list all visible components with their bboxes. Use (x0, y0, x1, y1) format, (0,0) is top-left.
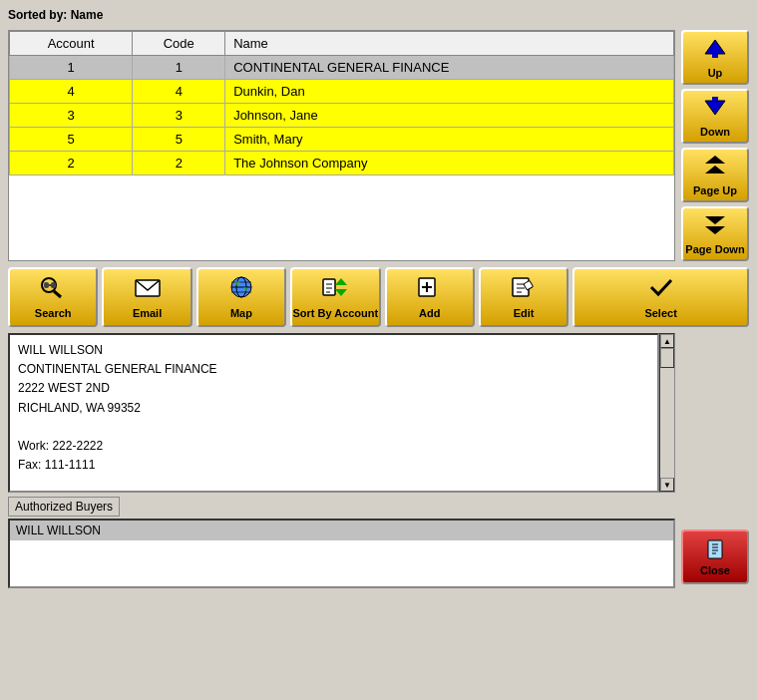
data-table: Account Code Name 1 1 CONTINENTAL GENERA… (9, 31, 674, 175)
svg-marker-26 (335, 289, 347, 296)
table-row[interactable]: 3 3 Johnson, Jane (10, 104, 674, 128)
col-account: Account (10, 32, 133, 56)
search-icon (39, 275, 67, 304)
page-down-button[interactable]: Page Down (681, 206, 749, 261)
bottom-row: WILL WILLSON CONTINENTAL GENERAL FINANCE… (8, 333, 749, 588)
main-container: Sorted by: Name Account Code Name 1 1 CO… (0, 0, 757, 700)
col-name: Name (225, 32, 674, 56)
cell-account: 2 (10, 152, 133, 175)
up-icon (703, 36, 727, 65)
down-label: Down (700, 126, 730, 138)
up-button[interactable]: Up (681, 30, 749, 85)
page-down-label: Page Down (685, 243, 744, 255)
down-icon (703, 95, 727, 124)
buyer-item: WILL WILLSON (10, 521, 673, 540)
sorted-by-label: Sorted by: Name (8, 8, 749, 22)
map-button[interactable]: Map (196, 267, 286, 327)
cell-name: The Johnson Company (225, 152, 674, 175)
nav-buttons: Up Down Page Up (681, 30, 749, 261)
svg-rect-12 (48, 284, 52, 286)
svg-line-9 (54, 291, 61, 297)
action-buttons: Search Email (8, 267, 749, 327)
table-container: Account Code Name 1 1 CONTINENTAL GENERA… (8, 30, 675, 261)
svg-marker-7 (705, 216, 725, 224)
svg-marker-0 (705, 40, 725, 54)
detail-company: CONTINENTAL GENERAL FINANCE (18, 360, 649, 379)
sort-by-account-button[interactable]: Sort By Account (290, 267, 380, 327)
cell-account: 3 (10, 104, 133, 128)
down-button[interactable]: Down (681, 89, 749, 144)
email-icon (134, 275, 162, 304)
cell-code: 1 (133, 56, 225, 80)
map-label: Map (230, 307, 252, 319)
scrollbar-thumb[interactable] (660, 348, 674, 368)
search-button[interactable]: Search (8, 267, 98, 327)
top-section: Account Code Name 1 1 CONTINENTAL GENERA… (8, 30, 749, 261)
add-label: Add (419, 307, 440, 319)
sort-icon (321, 275, 349, 304)
add-icon (416, 275, 444, 304)
close-icon (704, 538, 726, 562)
edit-icon (510, 275, 538, 304)
table-row[interactable]: 1 1 CONTINENTAL GENERAL FINANCE (10, 56, 674, 80)
cell-code: 4 (133, 80, 225, 104)
close-label: Close (700, 564, 730, 576)
col-code: Code (133, 32, 225, 56)
svg-rect-3 (712, 97, 718, 101)
detail-fax: Fax: 111-1111 (18, 456, 649, 475)
svg-marker-2 (705, 101, 725, 115)
page-up-label: Page Up (693, 184, 737, 196)
svg-rect-1 (712, 54, 718, 58)
authorized-buyers-label: Authorized Buyers (15, 500, 113, 514)
close-button[interactable]: Close (681, 529, 749, 584)
svg-marker-5 (705, 166, 725, 174)
select-button[interactable]: Select (572, 267, 749, 327)
cell-account: 1 (10, 56, 133, 80)
up-label: Up (708, 67, 723, 79)
scroll-down-arrow[interactable]: ▼ (660, 478, 674, 492)
svg-marker-6 (705, 226, 725, 234)
detail-work: Work: 222-2222 (18, 437, 649, 456)
cell-name: Smith, Mary (225, 128, 674, 152)
cell-code: 3 (133, 104, 225, 128)
detail-address2: RICHLAND, WA 99352 (18, 399, 649, 418)
authorized-buyers-section: Authorized Buyers WILL WILLSON (8, 497, 675, 588)
email-label: Email (133, 307, 162, 319)
svg-point-20 (243, 287, 247, 291)
search-label: Search (35, 307, 72, 319)
svg-rect-21 (323, 279, 335, 295)
page-up-icon (701, 154, 729, 182)
detail-panel: WILL WILLSON CONTINENTAL GENERAL FINANCE… (8, 333, 659, 493)
page-down-icon (701, 212, 729, 241)
svg-rect-35 (708, 540, 722, 558)
table-row[interactable]: 5 5 Smith, Mary (10, 128, 674, 152)
cell-name: CONTINENTAL GENERAL FINANCE (225, 56, 674, 80)
page-up-button[interactable]: Page Up (681, 148, 749, 202)
svg-point-19 (234, 281, 240, 285)
select-label: Select (644, 307, 676, 319)
detail-scrollbar[interactable]: ▲ ▼ (659, 333, 675, 493)
svg-marker-25 (335, 278, 347, 285)
table-row[interactable]: 4 4 Dunkin, Dan (10, 80, 674, 104)
scroll-up-arrow[interactable]: ▲ (660, 334, 674, 348)
email-button[interactable]: Email (102, 267, 191, 327)
svg-marker-4 (705, 156, 725, 164)
sort-by-account-label: Sort By Account (292, 307, 378, 319)
cell-name: Johnson, Jane (225, 104, 674, 128)
edit-button[interactable]: Edit (479, 267, 568, 327)
cell-code: 5 (133, 128, 225, 152)
cell-account: 4 (10, 80, 133, 104)
cell-name: Dunkin, Dan (225, 80, 674, 104)
detail-name: WILL WILLSON (18, 341, 649, 360)
detail-address1: 2222 WEST 2ND (18, 379, 649, 398)
select-icon (647, 275, 675, 304)
bottom-left: WILL WILLSON CONTINENTAL GENERAL FINANCE… (8, 333, 675, 588)
cell-account: 5 (10, 128, 133, 152)
buyers-list: WILL WILLSON (8, 519, 675, 588)
cell-code: 2 (133, 152, 225, 175)
map-icon (227, 275, 255, 304)
add-button[interactable]: Add (385, 267, 475, 327)
edit-label: Edit (514, 307, 535, 319)
table-row[interactable]: 2 2 The Johnson Company (10, 152, 674, 175)
